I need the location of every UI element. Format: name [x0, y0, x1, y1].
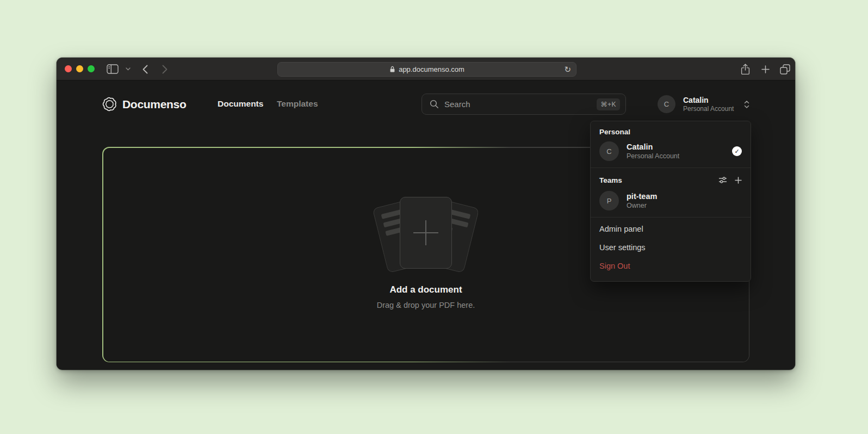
user-account-type: Personal Account: [683, 105, 734, 113]
browser-window: app.documenso.com ↻: [57, 58, 795, 370]
manage-teams-icon[interactable]: [718, 176, 727, 184]
menu-item-admin-panel[interactable]: Admin panel: [591, 220, 751, 238]
account-type: Personal Account: [627, 152, 732, 160]
account-dropdown-menu: Personal C Catalin Personal Account ✓ Te…: [590, 121, 751, 282]
dropzone-title: Add a document: [103, 284, 749, 295]
reload-icon[interactable]: ↻: [564, 65, 571, 75]
user-menu-trigger[interactable]: C Catalin Personal Account: [658, 95, 750, 113]
chevron-down-icon[interactable]: [124, 58, 132, 80]
nav-templates[interactable]: Templates: [277, 99, 318, 109]
teams-section-label: Teams: [599, 176, 622, 184]
avatar: C: [658, 95, 675, 113]
plus-icon: [413, 220, 438, 245]
address-bar[interactable]: app.documenso.com ↻: [277, 62, 576, 77]
add-team-icon[interactable]: [735, 177, 742, 184]
avatar: C: [599, 141, 619, 161]
brand-wordmark: Documenso: [122, 98, 187, 111]
share-icon[interactable]: [739, 58, 752, 80]
search-shortcut-badge: ⌘+K: [597, 98, 620, 110]
personal-account-item[interactable]: C Catalin Personal Account ✓: [591, 138, 751, 166]
new-tab-icon[interactable]: [759, 58, 772, 80]
team-name: pit-team: [627, 191, 742, 201]
add-document-card: [400, 197, 452, 269]
personal-section-label: Personal: [599, 128, 630, 136]
forward-icon[interactable]: [159, 58, 171, 80]
search-input[interactable]: [444, 100, 591, 109]
menu-item-user-settings[interactable]: User settings: [591, 238, 751, 257]
documenso-logo-icon: [102, 97, 117, 111]
tab-overview-icon[interactable]: [778, 58, 792, 80]
search-icon: [430, 100, 439, 109]
document-stack-illustration: [380, 195, 472, 272]
sidebar-toggle-icon[interactable]: [106, 58, 120, 80]
desktop-background: app.documenso.com ↻: [0, 0, 868, 434]
chevrons-up-down-icon: [743, 100, 750, 109]
dropzone-subtitle: Drag & drop your PDF here.: [103, 301, 749, 309]
account-name: Catalin: [627, 142, 732, 152]
search-bar[interactable]: ⌘+K: [421, 94, 626, 115]
divider: [591, 217, 751, 218]
avatar: P: [599, 191, 619, 210]
url-text: app.documenso.com: [399, 65, 464, 73]
documenso-logo[interactable]: Documenso: [102, 97, 187, 111]
maximize-window-button[interactable]: [88, 65, 95, 72]
page-content: Documenso Documents Templates ⌘+K C Cata…: [57, 80, 795, 369]
team-item[interactable]: P pit-team Owner: [591, 188, 751, 216]
minimize-window-button[interactable]: [76, 65, 83, 72]
menu-item-sign-out[interactable]: Sign Out: [591, 257, 751, 275]
close-window-button[interactable]: [65, 65, 72, 72]
divider: [591, 168, 751, 168]
team-role: Owner: [627, 201, 742, 210]
check-circle-icon: ✓: [732, 146, 742, 156]
lock-icon: [389, 66, 395, 73]
browser-toolbar: app.documenso.com ↻: [57, 58, 795, 80]
window-controls: [65, 65, 95, 72]
nav-documents[interactable]: Documents: [218, 99, 263, 109]
back-icon[interactable]: [139, 58, 151, 80]
user-name: Catalin: [683, 96, 734, 105]
